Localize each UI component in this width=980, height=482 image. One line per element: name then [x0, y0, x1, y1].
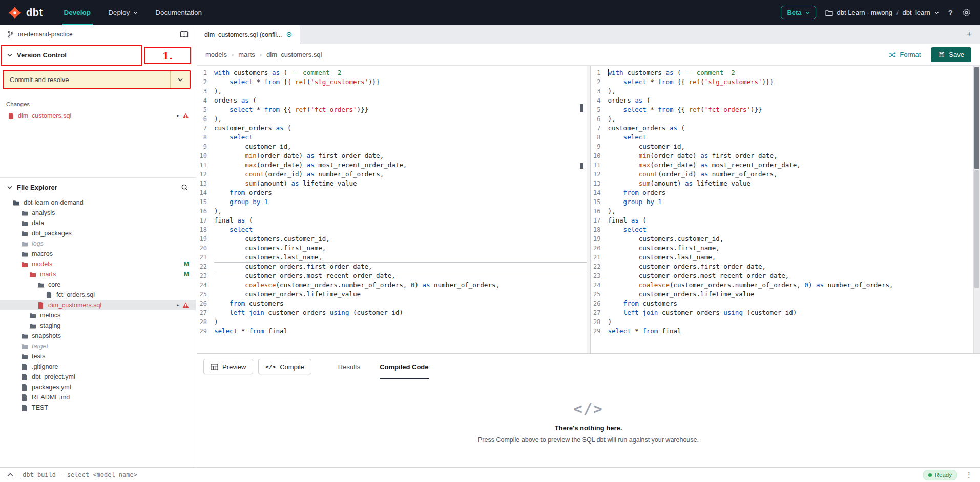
help-icon[interactable]: ? — [948, 8, 953, 17]
scrollbar-thumb[interactable] — [974, 67, 979, 169]
editor-scrollbar[interactable] — [973, 66, 980, 353]
code-line-23[interactable]: 23 customer_orders.most_recent_order_dat… — [591, 271, 980, 280]
commit-and-resolve-button[interactable]: Commit and resolve — [3, 70, 191, 89]
code-line-16[interactable]: 16), — [591, 207, 980, 216]
code-line-12[interactable]: 12 count(order_id) as number_of_orders, — [591, 170, 980, 179]
code-line-8[interactable]: 8 select — [591, 133, 980, 142]
tree-item-.gitignore[interactable]: .gitignore — [0, 362, 196, 372]
tree-item-packages.yml[interactable]: packages.yml — [0, 382, 196, 392]
code-line-7[interactable]: 7customer_orders as ( — [197, 124, 587, 133]
preview-button[interactable]: Preview — [203, 359, 253, 374]
pane-divider[interactable] — [587, 66, 591, 353]
tree-item-target[interactable]: target — [0, 341, 196, 351]
code-line-20[interactable]: 20 customers.first_name, — [591, 244, 980, 253]
code-line-12[interactable]: 12 count(order_id) as number_of_orders, — [197, 170, 587, 179]
code-line-22[interactable]: 22 customer_orders.first_order_date, — [591, 262, 980, 271]
code-line-1[interactable]: 1with customers as ( -- comment 2 — [591, 68, 980, 77]
code-line-14[interactable]: 14 from orders — [591, 188, 980, 197]
scrollbar-marker[interactable] — [580, 163, 583, 169]
code-line-26[interactable]: 26 from customers — [197, 299, 587, 308]
tree-item-tests[interactable]: tests — [0, 351, 196, 362]
nav-develop[interactable]: Develop — [55, 0, 100, 25]
dbt-logo[interactable]: dbt — [0, 0, 55, 25]
code-line-23[interactable]: 23 customer_orders.most_recent_order_dat… — [197, 271, 587, 280]
code-line-17[interactable]: 17final as ( — [197, 216, 587, 225]
command-input[interactable]: dbt build --select <model_name> — [23, 471, 137, 478]
code-line-27[interactable]: 27 left join customer_orders using (cust… — [197, 308, 587, 317]
code-line-3[interactable]: 3), — [591, 87, 980, 96]
search-icon[interactable] — [181, 184, 189, 191]
nav-documentation[interactable]: Documentation — [147, 0, 211, 25]
tree-item-dbt_packages[interactable]: dbt_packages — [0, 228, 196, 238]
gear-icon[interactable] — [962, 8, 971, 17]
code-line-13[interactable]: 13 sum(amount) as lifetime_value — [197, 179, 587, 188]
tree-item-analysis[interactable]: analysis — [0, 208, 196, 218]
tree-item-metrics[interactable]: metrics — [0, 310, 196, 320]
overflow-menu-icon[interactable]: ⋮ — [965, 470, 973, 479]
code-line-15[interactable]: 15 group by 1 — [197, 197, 587, 207]
code-line-24[interactable]: 24 coalesce(customer_orders.number_of_or… — [197, 280, 587, 290]
code-line-19[interactable]: 19 customers.customer_id, — [591, 234, 980, 244]
code-line-2[interactable]: 2 select * from {{ ref('stg_customers')}… — [591, 77, 980, 87]
breadcrumb-item[interactable]: dim_customers.sql — [266, 51, 322, 58]
code-line-3[interactable]: 3), — [197, 87, 587, 96]
code-line-13[interactable]: 13 sum(amount) as lifetime_value — [591, 179, 980, 188]
format-button[interactable]: Format — [889, 51, 921, 58]
code-line-28[interactable]: 28) — [197, 317, 587, 327]
tab-compiled-code[interactable]: Compiled Code — [380, 354, 428, 379]
code-line-10[interactable]: 10 min(order_date) as first_order_date, — [197, 151, 587, 160]
code-line-10[interactable]: 10 min(order_date) as first_order_date, — [591, 151, 980, 160]
code-line-1[interactable]: 1with customers as ( -- comment 2 — [197, 68, 587, 77]
code-line-19[interactable]: 19 customers.customer_id, — [197, 234, 587, 244]
code-line-29[interactable]: 29select * from final — [591, 327, 980, 336]
tree-item-data[interactable]: data — [0, 218, 196, 228]
tree-item-models[interactable]: modelsM — [0, 259, 196, 269]
code-line-16[interactable]: 16), — [197, 207, 587, 216]
code-line-20[interactable]: 20 customers.first_name, — [197, 244, 587, 253]
changed-file-row[interactable]: dim_customers.sql • — [0, 110, 196, 122]
code-line-26[interactable]: 26 from customers — [591, 299, 980, 308]
code-line-17[interactable]: 17final as ( — [591, 216, 980, 225]
code-line-11[interactable]: 11 max(order_date) as most_recent_order_… — [591, 160, 980, 170]
tree-item-dim_customers.sql[interactable]: dim_customers.sql• — [0, 300, 196, 310]
tree-item-core[interactable]: core — [0, 279, 196, 290]
chevron-up-icon[interactable] — [7, 473, 13, 477]
beta-toggle[interactable]: Beta — [781, 6, 816, 19]
code-line-25[interactable]: 25 customer_orders.lifetime_value — [591, 290, 980, 299]
nav-deploy[interactable]: Deploy — [99, 0, 147, 25]
tab-results[interactable]: Results — [338, 354, 360, 379]
tree-item-logs[interactable]: logs — [0, 238, 196, 249]
code-line-28[interactable]: 28) — [591, 317, 980, 327]
code-line-15[interactable]: 15 group by 1 — [591, 197, 980, 207]
tree-item-dbt_project.yml[interactable]: dbt_project.yml — [0, 372, 196, 382]
code-line-27[interactable]: 27 left join customer_orders using (cust… — [591, 308, 980, 317]
code-line-29[interactable]: 29select * from final — [197, 327, 587, 336]
code-line-5[interactable]: 5 select * from {{ ref('fct_orders')}} — [197, 105, 587, 114]
editor-pane-left[interactable]: 1with customers as ( -- comment 22 selec… — [197, 66, 587, 353]
file-explorer-header[interactable]: File Explorer — [0, 177, 196, 196]
code-line-21[interactable]: 21 customers.last_name, — [197, 253, 587, 262]
tree-item-marts[interactable]: martsM — [0, 269, 196, 279]
compile-button[interactable]: </> Compile — [258, 359, 311, 374]
breadcrumb-item[interactable]: models — [205, 51, 227, 58]
code-line-22[interactable]: 22 customer_orders.first_order_date, — [197, 262, 587, 271]
editor-pane-right[interactable]: 1with customers as ( -- comment 22 selec… — [591, 66, 980, 353]
tree-item-fct_orders.sql[interactable]: fct_orders.sql — [0, 290, 196, 300]
code-line-11[interactable]: 11 max(order_date) as most_recent_order_… — [197, 160, 587, 170]
version-control-header[interactable]: Version Control — [7, 51, 67, 59]
code-line-14[interactable]: 14 from orders — [197, 188, 587, 197]
tab-dim-customers[interactable]: dim_customers.sql (confli... — [197, 25, 300, 44]
code-line-4[interactable]: 4orders as ( — [197, 96, 587, 105]
project-switcher[interactable]: dbt Learn - mwong / dbt_learn — [825, 9, 939, 16]
code-line-18[interactable]: 18 select — [591, 225, 980, 234]
code-line-6[interactable]: 6), — [197, 114, 587, 124]
tree-item-dbt-learn-on-demand[interactable]: dbt-learn-on-demand — [0, 197, 196, 208]
tree-item-snapshots[interactable]: snapshots — [0, 331, 196, 341]
code-line-21[interactable]: 21 customers.last_name, — [591, 253, 980, 262]
code-line-25[interactable]: 25 customer_orders.lifetime_value — [197, 290, 587, 299]
new-tab-button[interactable]: + — [966, 25, 980, 44]
code-line-24[interactable]: 24 coalesce(customer_orders.number_of_or… — [591, 280, 980, 290]
code-line-6[interactable]: 6), — [591, 114, 980, 124]
code-line-9[interactable]: 9 customer_id, — [591, 142, 980, 151]
code-line-7[interactable]: 7customer_orders as ( — [591, 124, 980, 133]
